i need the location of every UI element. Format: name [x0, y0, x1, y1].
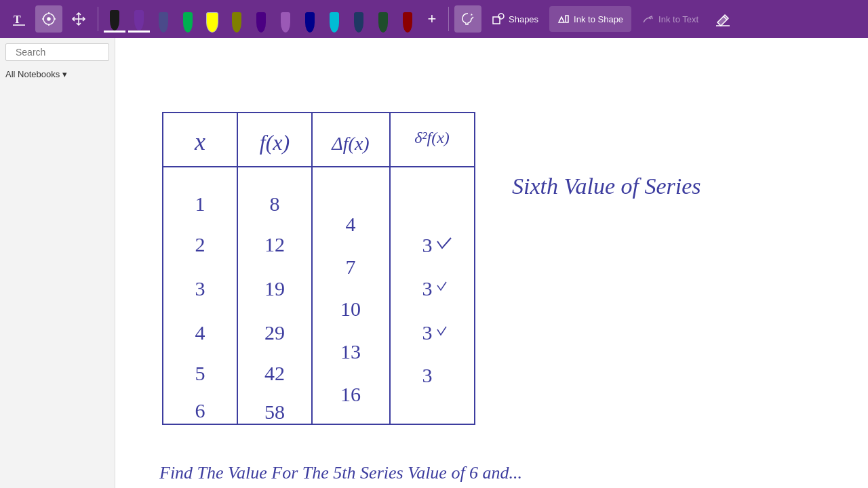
- pen-darkpurple-button[interactable]: [250, 5, 272, 33]
- svg-text:2: 2: [195, 233, 205, 256]
- divider-2: [448, 7, 449, 31]
- type-tool-button[interactable]: T: [5, 5, 33, 33]
- sixth-value-text: Sixth Value of Series: [509, 163, 834, 209]
- svg-text:T: T: [14, 14, 21, 25]
- pen-darkgreen-button[interactable]: [372, 5, 394, 33]
- pen-black-button[interactable]: [104, 5, 125, 33]
- pen-olive-button[interactable]: [226, 5, 248, 33]
- svg-text:1: 1: [195, 192, 205, 215]
- ink-to-text-label: Ink to Text: [658, 14, 698, 24]
- toolbar: T: [0, 0, 868, 38]
- svg-text:29: 29: [264, 321, 285, 344]
- svg-text:7: 7: [346, 256, 356, 278]
- svg-text:f(x): f(x): [260, 130, 290, 155]
- svg-text:x: x: [194, 128, 205, 155]
- handwritten-table: x f(x) Δf(x) δ²f(x) 1 2 3 4 5 6 8 12 19 …: [156, 106, 488, 438]
- svg-text:8: 8: [270, 192, 280, 215]
- canvas-area[interactable]: x f(x) Δf(x) δ²f(x) 1 2 3 4 5 6 8 12 19 …: [115, 38, 868, 488]
- pen-navy-button[interactable]: [348, 5, 370, 33]
- svg-text:13: 13: [340, 340, 361, 363]
- lasso-tool-button[interactable]: [35, 5, 62, 33]
- ink-to-shape-button[interactable]: Ink to Shape: [549, 6, 631, 32]
- svg-text:42: 42: [264, 362, 285, 384]
- svg-text:4: 4: [346, 213, 356, 235]
- svg-text:3: 3: [422, 321, 433, 344]
- svg-text:3: 3: [195, 277, 205, 300]
- svg-text:19: 19: [264, 277, 285, 300]
- dropdown-arrow-icon: ▾: [62, 69, 67, 79]
- main-area: ✕ All Notebooks ▾ x f(x) Δf(x) δ²f(x: [0, 38, 868, 488]
- svg-text:4: 4: [195, 321, 205, 344]
- pen-green-button[interactable]: [177, 5, 199, 33]
- svg-text:58: 58: [264, 401, 285, 423]
- ink-to-shape-label: Ink to Shape: [574, 14, 623, 24]
- svg-text:Δf(x): Δf(x): [331, 133, 369, 154]
- svg-text:δ²f(x): δ²f(x): [414, 129, 450, 146]
- shapes-label: Shapes: [509, 14, 538, 24]
- svg-text:Sixth Value of Series: Sixth Value of Series: [512, 174, 701, 199]
- pen-purple-button[interactable]: [128, 5, 150, 33]
- svg-point-3: [47, 18, 50, 20]
- pen-yellow-button[interactable]: [201, 5, 223, 33]
- svg-text:3: 3: [422, 277, 433, 300]
- sidebar: ✕ All Notebooks ▾: [0, 38, 115, 488]
- notebooks-label: All Notebooks: [5, 69, 60, 79]
- shapes-button[interactable]: Shapes: [484, 6, 547, 32]
- bottom-handwritten-text: Find The Value For The 5th Series Value …: [156, 451, 766, 485]
- divider-1: [98, 7, 98, 31]
- svg-text:3: 3: [422, 234, 433, 256]
- notebooks-dropdown[interactable]: All Notebooks ▾: [5, 66, 109, 82]
- svg-text:12: 12: [264, 233, 285, 256]
- move-tool-button[interactable]: [65, 5, 92, 33]
- lasso-select-button[interactable]: [454, 5, 481, 33]
- svg-text:5: 5: [195, 362, 205, 384]
- ink-to-text-button[interactable]: Ink to Text: [634, 6, 707, 32]
- pen-cyan-button[interactable]: [323, 5, 345, 33]
- svg-text:16: 16: [340, 383, 361, 405]
- pen-lightpurple-button[interactable]: [275, 5, 296, 33]
- svg-text:3: 3: [422, 364, 433, 386]
- svg-text:Find The Value For The 5th Ser: Find The Value For The 5th Series Value …: [159, 463, 522, 483]
- pen-dark-button[interactable]: [153, 5, 174, 33]
- search-box: ✕: [5, 43, 109, 61]
- svg-text:10: 10: [340, 298, 361, 320]
- pen-darkblue-button[interactable]: [299, 5, 321, 33]
- eraser-button[interactable]: [709, 5, 736, 33]
- pen-darkred-button[interactable]: [397, 5, 418, 33]
- svg-text:6: 6: [195, 399, 205, 422]
- add-pen-button[interactable]: +: [421, 5, 443, 33]
- svg-point-5: [498, 14, 504, 19]
